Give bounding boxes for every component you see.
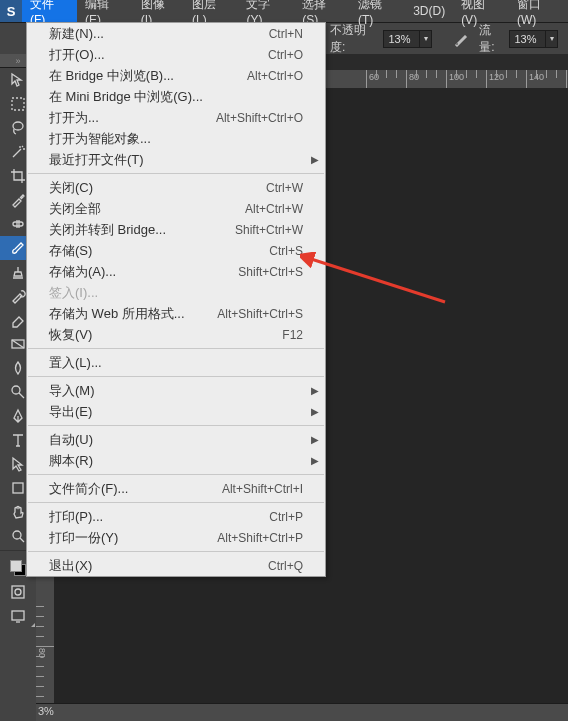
menu-item-label: 关闭并转到 Bridge... <box>49 221 235 239</box>
ruler-tick: 120 <box>486 70 487 88</box>
menu-item-label: 存储为(A)... <box>49 263 238 281</box>
menu-item-14[interactable]: 存储为 Web 所用格式...Alt+Shift+Ctrl+S <box>27 303 325 324</box>
svg-rect-10 <box>12 611 24 620</box>
ruler-minor-tick <box>396 70 397 78</box>
pressure-opacity-icon[interactable] <box>450 28 471 50</box>
ruler-tick: 140 <box>526 70 527 88</box>
menu-separator <box>28 173 324 174</box>
menu-item-label: 签入(I)... <box>49 284 303 302</box>
submenu-arrow-icon: ▶ <box>311 434 319 445</box>
ruler-tick: 80 <box>36 646 54 647</box>
menu-item-3[interactable]: 在 Mini Bridge 中浏览(G)... <box>27 86 325 107</box>
ruler-minor-tick <box>516 70 517 78</box>
menu-6[interactable]: 滤镜(T) <box>350 0 405 22</box>
menu-separator <box>28 474 324 475</box>
flow-label: 流量: <box>479 22 505 56</box>
menu-item-shortcut: Shift+Ctrl+W <box>235 223 303 237</box>
app-logo: S <box>0 0 22 22</box>
menu-separator <box>28 348 324 349</box>
menu-2[interactable]: 图像(I) <box>133 0 184 22</box>
menu-separator <box>28 425 324 426</box>
menu-7[interactable]: 3D(D) <box>405 0 453 22</box>
menu-item-label: 文件简介(F)... <box>49 480 222 498</box>
ruler-minor-tick <box>506 70 507 78</box>
menu-item-shortcut: Alt+Ctrl+W <box>245 202 303 216</box>
submenu-arrow-icon: ▶ <box>311 406 319 417</box>
svg-rect-6 <box>13 483 23 493</box>
screen-mode-toggle[interactable] <box>0 604 36 628</box>
menu-item-shortcut: Ctrl+N <box>269 27 303 41</box>
flow-field[interactable]: 13% <box>509 30 546 48</box>
svg-rect-8 <box>12 586 24 598</box>
ruler-tick: 80 <box>406 70 407 88</box>
menu-item-19[interactable]: 导入(M)▶ <box>27 380 325 401</box>
ruler-minor-tick <box>496 70 497 78</box>
opacity-label: 不透明度: <box>330 22 379 56</box>
ruler-minor-tick <box>416 70 417 78</box>
menu-separator <box>28 376 324 377</box>
ruler-minor-tick <box>476 70 477 78</box>
menu-item-label: 导出(E) <box>49 403 303 421</box>
menu-1[interactable]: 编辑(E) <box>77 0 133 22</box>
menu-item-label: 自动(U) <box>49 431 303 449</box>
menu-5[interactable]: 选择(S) <box>294 0 350 22</box>
menu-item-1[interactable]: 打开(O)...Ctrl+O <box>27 44 325 65</box>
menu-item-label: 打开为... <box>49 109 216 127</box>
ruler-minor-tick <box>36 616 44 617</box>
menu-item-25[interactable]: 文件简介(F)...Alt+Shift+Ctrl+I <box>27 478 325 499</box>
menu-8[interactable]: 视图(V) <box>453 0 509 22</box>
menu-item-4[interactable]: 打开为...Alt+Shift+Ctrl+O <box>27 107 325 128</box>
menu-item-23[interactable]: 脚本(R)▶ <box>27 450 325 471</box>
menu-item-22[interactable]: 自动(U)▶ <box>27 429 325 450</box>
menu-item-15[interactable]: 恢复(V)F12 <box>27 324 325 345</box>
opacity-chevron-icon[interactable]: ▾ <box>420 30 432 48</box>
menu-item-shortcut: Ctrl+W <box>266 181 303 195</box>
status-bar: 3% <box>36 703 568 721</box>
menu-item-label: 置入(L)... <box>49 354 303 372</box>
menu-bar: S 文件(F)编辑(E)图像(I)图层(L)文字(Y)选择(S)滤镜(T)3D(… <box>0 0 568 22</box>
menu-item-27[interactable]: 打印(P)...Ctrl+P <box>27 506 325 527</box>
menu-item-label: 在 Bridge 中浏览(B)... <box>49 67 247 85</box>
svg-point-2 <box>13 122 23 130</box>
menu-item-label: 关闭(C) <box>49 179 266 197</box>
menu-item-shortcut: Ctrl+S <box>269 244 303 258</box>
menu-item-30[interactable]: 退出(X)Ctrl+Q <box>27 555 325 576</box>
menu-item-0[interactable]: 新建(N)...Ctrl+N <box>27 23 325 44</box>
menu-item-shortcut: Shift+Ctrl+S <box>238 265 303 279</box>
menu-item-shortcut: Ctrl+O <box>268 48 303 62</box>
menu-item-28[interactable]: 打印一份(Y)Alt+Shift+Ctrl+P <box>27 527 325 548</box>
menu-item-shortcut: Ctrl+Q <box>268 559 303 573</box>
menu-item-2[interactable]: 在 Bridge 中浏览(B)...Alt+Ctrl+O <box>27 65 325 86</box>
ruler-minor-tick <box>36 696 44 697</box>
file-menu-dropdown: 新建(N)...Ctrl+N打开(O)...Ctrl+O在 Bridge 中浏览… <box>26 22 326 577</box>
menu-item-17[interactable]: 置入(L)... <box>27 352 325 373</box>
menu-separator <box>28 551 324 552</box>
ruler-minor-tick <box>436 70 437 78</box>
menu-item-6[interactable]: 最近打开文件(T)▶ <box>27 149 325 170</box>
menu-4[interactable]: 文字(Y) <box>238 0 294 22</box>
menu-item-20[interactable]: 导出(E)▶ <box>27 401 325 422</box>
ruler-tick: 160 <box>566 70 567 88</box>
quick-mask-toggle[interactable] <box>0 580 36 604</box>
ruler-minor-tick <box>36 626 44 627</box>
menu-item-label: 脚本(R) <box>49 452 303 470</box>
ruler-minor-tick <box>386 70 387 78</box>
menu-item-10[interactable]: 关闭并转到 Bridge...Shift+Ctrl+W <box>27 219 325 240</box>
menu-item-8[interactable]: 关闭(C)Ctrl+W <box>27 177 325 198</box>
menu-3[interactable]: 图层(L) <box>184 0 238 22</box>
ruler-tick: 100 <box>446 70 447 88</box>
ruler-minor-tick <box>36 656 44 657</box>
menu-0[interactable]: 文件(F) <box>22 0 77 22</box>
zoom-display[interactable]: 3% <box>38 705 54 717</box>
menu-item-5[interactable]: 打开为智能对象... <box>27 128 325 149</box>
flow-chevron-icon[interactable]: ▾ <box>546 30 558 48</box>
menu-item-shortcut: F12 <box>282 328 303 342</box>
menu-item-11[interactable]: 存储(S)Ctrl+S <box>27 240 325 261</box>
svg-rect-3 <box>13 222 23 226</box>
submenu-arrow-icon: ▶ <box>311 385 319 396</box>
menu-item-12[interactable]: 存储为(A)...Shift+Ctrl+S <box>27 261 325 282</box>
menu-item-label: 退出(X) <box>49 557 268 575</box>
menu-item-9[interactable]: 关闭全部Alt+Ctrl+W <box>27 198 325 219</box>
opacity-field[interactable]: 13% <box>383 30 420 48</box>
menu-9[interactable]: 窗口(W) <box>509 0 568 22</box>
